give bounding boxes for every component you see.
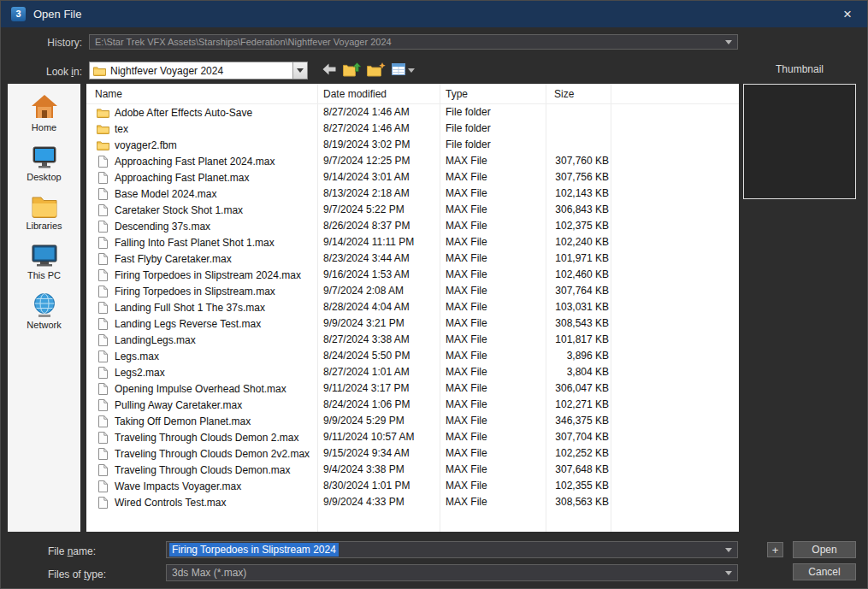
chevron-down-icon — [408, 68, 415, 73]
file-row[interactable]: Descending 37s.max 8/26/2024 8:37 PM MAX… — [86, 218, 739, 234]
file-icon — [97, 480, 109, 492]
thumbnail-preview — [743, 84, 856, 199]
size-cell: 102,252 KB — [546, 445, 609, 462]
file-row[interactable]: Caretaker Stock Shot 1.max 9/7/2024 5:22… — [86, 202, 739, 218]
date-modified-cell: 8/26/2024 8:37 PM — [323, 218, 410, 234]
plus-button[interactable]: + — [767, 542, 783, 557]
file-name-cell: tex — [97, 121, 128, 137]
file-row[interactable]: Traveling Through Clouds Demon 2.max 9/1… — [86, 429, 739, 445]
size-cell: 102,355 KB — [546, 478, 609, 494]
file-icon — [97, 334, 109, 346]
title-bar[interactable]: 3 Open File × — [1, 1, 867, 27]
file-row[interactable]: Adobe After Effects Auto-Save 8/27/2024 … — [86, 104, 739, 121]
file-row[interactable]: Falling Into Fast Planet Shot 1.max 9/14… — [86, 234, 739, 250]
column-header-size[interactable]: Size — [554, 88, 574, 100]
history-dropdown[interactable]: E:\Star Trek VFX Assets\Starships\Federa… — [89, 34, 738, 50]
look-in-dropdown[interactable]: Nightfever Voyager 2024 — [89, 62, 308, 80]
folder-icon — [97, 108, 109, 118]
create-new-folder-button[interactable] — [367, 62, 386, 80]
file-row[interactable]: Traveling Through Clouds Demon 2v2.max 9… — [86, 445, 739, 462]
sidebar-item-home[interactable]: Home — [8, 93, 80, 133]
home-icon — [8, 93, 80, 121]
date-modified-cell: 8/27/2024 1:46 AM — [323, 104, 410, 121]
date-modified-cell: 9/15/2024 9:34 AM — [323, 445, 410, 462]
column-header-type[interactable]: Type — [446, 88, 468, 100]
file-name-cell: Pulling Away Caretaker.max — [97, 397, 242, 413]
up-one-level-button[interactable] — [343, 62, 362, 80]
date-modified-cell: 9/7/2024 12:25 PM — [323, 153, 410, 169]
files-of-type-dropdown[interactable]: 3ds Max (*.max) — [166, 564, 738, 581]
file-name-cell: Adobe After Effects Auto-Save — [97, 104, 252, 121]
file-row[interactable]: tex 8/27/2024 1:46 AM File folder — [86, 121, 739, 137]
sidebar-item-libraries[interactable]: Libraries — [8, 193, 80, 231]
type-cell: File folder — [446, 121, 491, 137]
app-icon-glyph: 3 — [15, 9, 21, 19]
file-row[interactable]: voyager2.fbm 8/19/2024 3:02 PM File fold… — [86, 137, 739, 153]
size-cell: 307,764 KB — [546, 283, 609, 299]
size-cell: 3,804 KB — [546, 364, 609, 380]
file-name-input[interactable]: Firing Torpedoes in Slipstream 2024 — [166, 541, 738, 558]
file-name-cell: Traveling Through Clouds Demon 2.max — [97, 429, 298, 445]
file-icon — [97, 221, 109, 233]
file-icon — [97, 237, 109, 249]
file-row[interactable]: Approaching Fast Planet.max 9/14/2024 3:… — [86, 169, 739, 186]
size-cell: 101,817 KB — [546, 332, 609, 348]
file-name-cell: Firing Torpedoes in Slipstream 2024.max — [97, 267, 301, 283]
file-row[interactable]: Opening Impulse Overhead Shot.max 9/11/2… — [86, 380, 739, 397]
chevron-down-icon — [725, 548, 732, 552]
file-row[interactable]: Pulling Away Caretaker.max 8/24/2024 1:0… — [86, 397, 739, 413]
file-icon — [97, 497, 109, 509]
size-cell: 3,896 KB — [546, 348, 609, 364]
column-header-date-modified[interactable]: Date modified — [323, 88, 387, 100]
date-modified-cell: 8/13/2024 2:18 AM — [323, 186, 410, 202]
look-in-label-pre: Look — [46, 66, 71, 78]
back-button[interactable] — [322, 62, 338, 80]
file-row[interactable]: Base Model 2024.max 8/13/2024 2:18 AM MA… — [86, 186, 739, 202]
file-row[interactable]: Taking Off Demon Planet.max 9/9/2024 5:2… — [86, 413, 739, 429]
close-button[interactable]: × — [828, 1, 867, 27]
file-row[interactable]: Landing Full Shot 1 The 37s.max 8/28/202… — [86, 299, 739, 315]
file-row[interactable]: Legs.max 8/24/2024 5:50 PM MAX File 3,89… — [86, 348, 739, 364]
sidebar-item-this-pc[interactable]: This PC — [8, 242, 80, 280]
sidebar-item-network[interactable]: Network — [8, 292, 80, 330]
chevron-down-icon — [725, 571, 732, 575]
view-menu-button[interactable] — [391, 62, 415, 80]
look-in-value: Nightfever Voyager 2024 — [110, 65, 292, 77]
file-row[interactable]: Legs2.max 8/27/2024 1:01 AM MAX File 3,8… — [86, 364, 739, 380]
sidebar-item-desktop[interactable]: Desktop — [8, 144, 80, 182]
file-icon — [97, 415, 109, 427]
file-icon — [97, 464, 109, 476]
size-cell: 307,760 KB — [546, 153, 609, 169]
look-in-dropdown-button[interactable] — [292, 62, 307, 79]
file-icon — [97, 204, 109, 216]
window-title: Open File — [33, 8, 81, 21]
type-cell: MAX File — [446, 462, 487, 478]
type-cell: File folder — [446, 137, 491, 153]
date-modified-cell: 8/27/2024 1:46 AM — [323, 121, 410, 137]
file-icon — [97, 318, 109, 330]
date-modified-cell: 8/28/2024 4:04 AM — [323, 299, 410, 315]
cancel-button[interactable]: Cancel — [793, 563, 856, 580]
sidebar-item-label: This PC — [8, 270, 80, 280]
back-arrow-icon — [322, 62, 338, 79]
file-row[interactable]: Firing Torpedoes in Slipstream.max 9/7/2… — [86, 283, 739, 299]
file-row[interactable]: LandingLegs.max 8/27/2024 3:38 AM MAX Fi… — [86, 332, 739, 348]
file-row[interactable]: Traveling Through Clouds Demon.max 9/4/2… — [86, 462, 739, 478]
file-row[interactable]: Wave Impacts Voyager.max 8/30/2024 1:01 … — [86, 478, 739, 494]
file-row[interactable]: Wired Controls Test.max 9/9/2024 4:33 PM… — [86, 494, 739, 510]
file-row[interactable]: Landing Legs Reverse Test.max 9/9/2024 3… — [86, 315, 739, 332]
file-icon — [97, 253, 109, 265]
type-cell: File folder — [446, 104, 491, 121]
open-button[interactable]: Open — [793, 541, 856, 558]
file-name-cell: Firing Torpedoes in Slipstream.max — [97, 283, 275, 299]
app-icon: 3 — [11, 7, 26, 21]
type-cell: MAX File — [446, 267, 487, 283]
column-header-name[interactable]: Name — [95, 88, 122, 100]
file-row[interactable]: Fast Flyby Caretaker.max 8/23/2024 3:44 … — [86, 250, 739, 267]
files-of-type-label-post: ype: — [86, 568, 106, 580]
file-row[interactable]: Approaching Fast Planet 2024.max 9/7/202… — [86, 153, 739, 169]
libraries-icon — [8, 193, 80, 219]
file-name-label-post: ame: — [73, 545, 96, 557]
file-name-selected-text: Firing Torpedoes in Slipstream 2024 — [169, 543, 339, 557]
file-row[interactable]: Firing Torpedoes in Slipstream 2024.max … — [86, 267, 739, 283]
